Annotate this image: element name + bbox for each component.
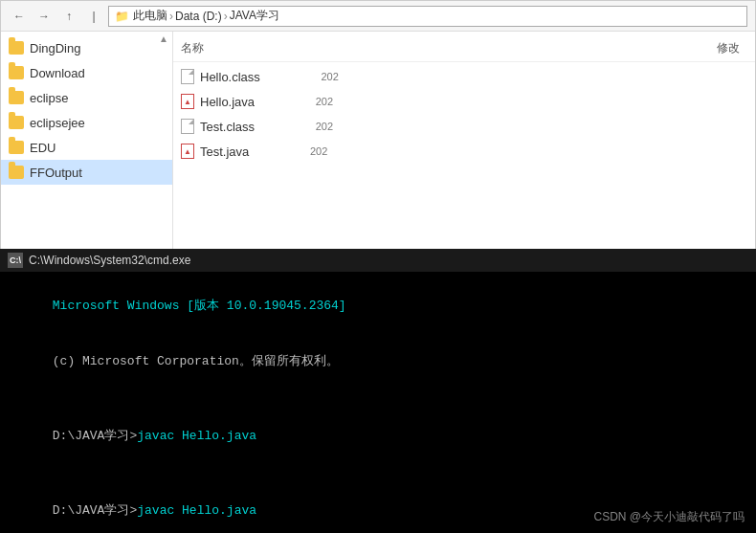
sidebar-item-download[interactable]: Download (1, 60, 172, 85)
cmd-window: C:\ C:\Windows\System32\cmd.exe Microsof… (0, 249, 756, 533)
folder-icon (9, 116, 24, 129)
path-part-computer: 此电脑 (133, 8, 167, 24)
explorer-body: ▲ DingDing Download eclipse eclipsejee E… (1, 32, 755, 250)
scroll-up-indicator: ▲ (159, 33, 168, 44)
cmd-command: javac Hello.java (137, 429, 256, 443)
divider: | (83, 6, 104, 27)
folder-icon (9, 166, 24, 179)
folder-icon-addr: 📁 (115, 10, 129, 23)
cmd-app-icon: C:\ (8, 253, 23, 268)
sidebar-item-dingding[interactable]: DingDing (1, 35, 172, 60)
folder-icon (9, 91, 24, 104)
column-header: 名称 修改 (173, 35, 755, 62)
path-sep-1: › (169, 10, 173, 23)
column-date-header: 修改 (671, 40, 747, 56)
sidebar-item-label: eclipse (30, 91, 68, 105)
cmd-line-3: D:\JAVA学习>javac Hello.java (8, 409, 748, 465)
file-name: Test.class (200, 120, 255, 134)
cmd-title: C:\Windows\System32\cmd.exe (29, 254, 190, 267)
sidebar-item-eclipse[interactable]: eclipse (1, 85, 172, 110)
cmd-line-blank1 (8, 389, 748, 409)
sidebar-item-label: eclipsejee (30, 116, 85, 130)
file-name: Test.java (200, 144, 249, 159)
path-part-drive: Data (D:) (175, 10, 222, 23)
sidebar-item-label: EDU (30, 141, 56, 155)
address-bar: ← → ↑ | 📁 此电脑 › Data (D:) › JAVA学习 (1, 1, 755, 32)
sidebar-item-eclipsejee[interactable]: eclipsejee (1, 110, 172, 135)
class-file-icon (181, 119, 194, 134)
cmd-line-2: (c) Microsoft Corporation。保留所有权利。 (8, 334, 748, 390)
cmd-line-blank2 (8, 464, 748, 483)
cmd-prompt: D:\JAVA学习> (53, 429, 137, 443)
folder-icon (9, 141, 24, 154)
cmd-body[interactable]: Microsoft Windows [版本 10.0.19045.2364] (… (0, 272, 756, 533)
cmd-titlebar: C:\ C:\Windows\System32\cmd.exe (0, 249, 756, 272)
cmd-command: javac Hello.java (137, 503, 256, 518)
file-date: 202 (260, 121, 337, 132)
sidebar-item-edu[interactable]: EDU (1, 135, 172, 160)
file-item-test-class[interactable]: Test.class 202 (173, 114, 755, 139)
java-file-icon: ▲ (181, 94, 194, 109)
class-file-icon (181, 69, 194, 84)
file-item-hello-class[interactable]: Hello.class 202 (173, 64, 755, 89)
path-part-folder: JAVA学习 (230, 8, 279, 24)
file-list: Hello.class 202 ▲ Hello.java 202 Test.cl… (173, 62, 755, 166)
sidebar-item-ffoutput[interactable]: FFOutput (1, 160, 172, 185)
sidebar: ▲ DingDing Download eclipse eclipsejee E… (1, 32, 173, 250)
watermark: CSDN @今天小迪敲代码了吗 (593, 509, 745, 525)
folder-icon (9, 66, 24, 79)
forward-button[interactable]: → (33, 6, 55, 27)
java-file-icon: ▲ (181, 144, 194, 159)
up-button[interactable]: ↑ (58, 6, 79, 27)
address-path[interactable]: 📁 此电脑 › Data (D:) › JAVA学习 (108, 6, 747, 27)
cmd-text: (c) Microsoft Corporation。保留所有权利。 (53, 354, 339, 368)
file-item-test-java[interactable]: ▲ Test.java 202 (173, 139, 755, 164)
cmd-text: Microsoft Windows [版本 10.0.19045.2364] (53, 299, 346, 313)
cmd-line-4: D:\JAVA学习>javac Hello.java (8, 483, 748, 534)
file-name: Hello.java (200, 95, 255, 109)
file-name: Hello.class (200, 70, 260, 84)
back-button[interactable]: ← (9, 6, 30, 27)
path-sep-2: › (224, 10, 228, 23)
sidebar-item-label: DingDing (30, 41, 80, 56)
file-date: 202 (255, 145, 331, 157)
cmd-prompt: D:\JAVA学习> (53, 503, 137, 518)
main-content: 名称 修改 Hello.class 202 ▲ Hello.java 202 (173, 32, 755, 250)
file-item-hello-java[interactable]: ▲ Hello.java 202 (173, 89, 755, 114)
file-date: 202 (260, 96, 337, 107)
folder-icon (9, 41, 24, 55)
sidebar-item-label: Download (30, 66, 85, 80)
column-name-header: 名称 (181, 40, 671, 56)
explorer-window: ← → ↑ | 📁 此电脑 › Data (D:) › JAVA学习 ▲ Din… (0, 0, 756, 249)
sidebar-item-label: FFOutput (30, 166, 82, 180)
cmd-line-1: Microsoft Windows [版本 10.0.19045.2364] (8, 278, 748, 334)
file-date: 202 (266, 71, 343, 82)
